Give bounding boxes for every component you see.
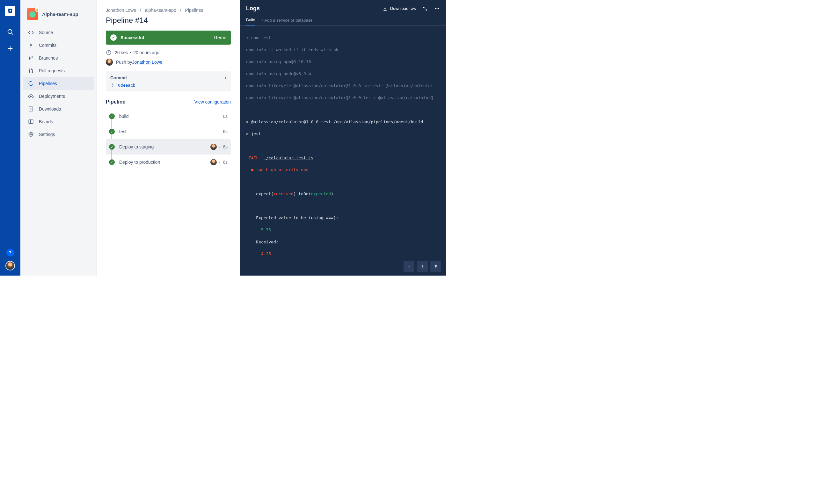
commit-heading: Commit (110, 75, 127, 80)
svg-rect-9 (29, 120, 33, 124)
step-label: test (119, 129, 126, 134)
project-name: Alpha-team-app (42, 11, 78, 17)
sidebar-item-branches[interactable]: Branches (23, 52, 94, 64)
sidebar-item-label: Pipelines (39, 81, 57, 86)
crumb-section[interactable]: Pipelines (185, 8, 203, 13)
more-icon[interactable] (434, 6, 440, 11)
sidebar-item-deployments[interactable]: Deployments (23, 90, 94, 103)
duration-text: 26 sec (115, 50, 128, 55)
step-duration: 6s (223, 144, 227, 149)
success-icon: ✓ (109, 129, 115, 134)
chevron-right-icon: › (225, 75, 226, 80)
step-trigger-avatar (210, 159, 217, 165)
step-deploy-production[interactable]: ✓ Deploy to production • 6s (106, 155, 231, 170)
sidebar-item-boards[interactable]: Boards (23, 115, 94, 128)
commit-icon (27, 42, 34, 48)
svg-point-2 (29, 56, 30, 57)
logs-add-service[interactable]: + Add a service or database (261, 18, 313, 23)
sidebar-item-pipelines[interactable]: Pipelines (23, 77, 94, 90)
rerun-button[interactable]: Rerun (214, 35, 226, 40)
svg-point-6 (29, 72, 30, 73)
commit-expand[interactable]: Commit › (110, 75, 226, 80)
step-duration: 6s (223, 114, 227, 119)
success-icon: ✓ (109, 144, 115, 150)
project-icon: 🔒 (27, 8, 38, 20)
svg-point-13 (435, 8, 436, 9)
sidebar-item-label: Pull requests (39, 68, 65, 73)
sidebar-item-label: Deployments (39, 94, 65, 99)
sidebar: 🔒 Alpha-team-app Source Commits Branches… (20, 0, 97, 276)
commit-hash-link[interactable]: 0deeacb (118, 83, 135, 88)
check-icon: ✓ (110, 34, 117, 41)
time-ago: 20 hours ago (133, 50, 159, 55)
step-duration: 6s (223, 160, 227, 165)
pusher-link[interactable]: Jonathon Lowe (132, 60, 162, 65)
view-configuration-link[interactable]: View configuration (194, 99, 231, 104)
crumb-user[interactable]: Jonathon Lowe (106, 8, 136, 13)
pipeline-steps: ✓ build 6s ✓ test 6s ✓ Deploy to staging… (106, 109, 231, 170)
download-icon (27, 106, 34, 112)
svg-point-3 (32, 56, 33, 57)
step-trigger-avatar (210, 144, 217, 150)
sidebar-item-downloads[interactable]: Downloads (23, 103, 94, 115)
logs-title: Logs (246, 5, 260, 12)
project-header[interactable]: 🔒 Alpha-team-app (23, 6, 94, 26)
step-build[interactable]: ✓ build 6s (106, 109, 231, 124)
push-by-label: Push by (116, 60, 132, 65)
commit-icon (110, 83, 115, 88)
logs-tab-build[interactable]: Build (246, 15, 255, 25)
sidebar-item-settings[interactable]: Settings (23, 128, 94, 141)
step-label: Deploy to production (119, 160, 160, 165)
success-icon: ✓ (109, 113, 115, 119)
pipelines-icon (27, 81, 34, 86)
step-duration: 6s (223, 129, 227, 134)
main-content: Jonathon Lowe / alpha-team-app / Pipelin… (97, 0, 240, 276)
clock-icon (106, 50, 112, 55)
step-test[interactable]: ✓ test 6s (106, 124, 231, 139)
boards-icon (27, 119, 34, 125)
code-icon (27, 30, 34, 35)
sidebar-item-pull-requests[interactable]: Pull requests (23, 64, 94, 77)
svg-point-5 (29, 69, 30, 70)
svg-point-10 (30, 134, 32, 135)
success-icon: ✓ (109, 159, 115, 165)
status-banner: ✓ Successful Rerun (106, 31, 231, 45)
step-label: Deploy to staging (119, 144, 154, 149)
bitbucket-logo[interactable] (5, 6, 15, 16)
step-deploy-staging[interactable]: ✓ Deploy to staging • 6s (106, 139, 231, 155)
breadcrumb: Jonathon Lowe / alpha-team-app / Pipelin… (106, 8, 231, 13)
logs-panel: Logs Download raw Build + Add a service … (240, 0, 446, 276)
crumb-project[interactable]: alpha-team-app (145, 8, 176, 13)
search-icon[interactable] (4, 25, 17, 38)
pipeline-heading: Pipeline (106, 99, 125, 105)
scroll-down-button[interactable] (403, 261, 415, 272)
sidebar-item-label: Branches (39, 55, 58, 61)
sidebar-item-label: Commits (39, 43, 56, 48)
sidebar-item-source[interactable]: Source (23, 26, 94, 39)
logs-output[interactable]: + npm test npm info it worked if it ends… (240, 26, 446, 276)
add-icon[interactable] (4, 42, 17, 55)
download-raw-button[interactable]: Download raw (382, 6, 416, 11)
svg-point-0 (8, 30, 12, 34)
svg-point-12 (112, 85, 113, 86)
commit-panel: Commit › 0deeacb (106, 71, 231, 91)
branch-icon (27, 55, 34, 61)
pull-request-icon (27, 68, 34, 74)
gear-icon (27, 132, 34, 137)
cloud-upload-icon (27, 93, 34, 99)
help-icon[interactable]: ? (6, 249, 14, 256)
scroll-up-button[interactable] (417, 261, 428, 272)
lightbulb-button[interactable] (430, 261, 441, 272)
sidebar-item-label: Source (39, 30, 53, 35)
download-icon (382, 6, 387, 11)
svg-point-1 (30, 45, 32, 46)
page-title: Pipeline #14 (106, 16, 231, 25)
lock-icon: 🔒 (35, 7, 40, 11)
expand-icon[interactable] (423, 6, 428, 11)
sidebar-item-commits[interactable]: Commits (23, 39, 94, 52)
svg-point-15 (438, 8, 439, 9)
step-label: build (119, 114, 129, 119)
user-avatar[interactable] (5, 261, 15, 270)
svg-point-7 (32, 72, 33, 73)
svg-point-14 (437, 8, 438, 9)
